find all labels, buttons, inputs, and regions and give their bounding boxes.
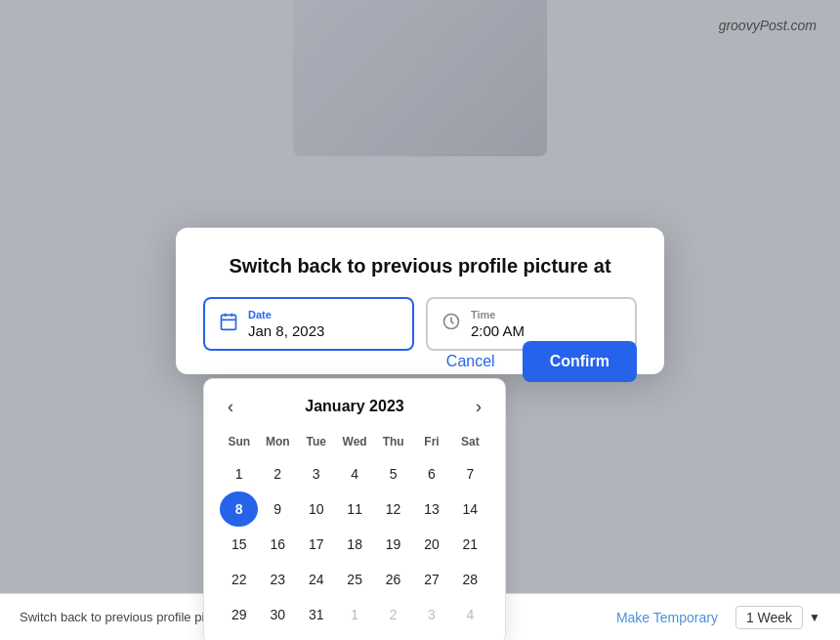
- dialog: Switch back to previous profile picture …: [176, 228, 664, 374]
- calendar-day[interactable]: 6: [412, 456, 450, 491]
- calendar-day[interactable]: 2: [258, 456, 297, 491]
- calendar-day[interactable]: 19: [374, 527, 412, 562]
- time-value: 2:00 AM: [471, 322, 525, 339]
- day-header-mon: Mon: [258, 431, 297, 456]
- calendar-day[interactable]: 20: [412, 527, 450, 562]
- calendar-day[interactable]: 27: [412, 562, 450, 597]
- calendar-day[interactable]: 17: [297, 527, 335, 562]
- calendar-grid: SunMonTueWedThuFriSat 123456789101112131…: [220, 431, 489, 632]
- calendar-dropdown: ‹ January 2023 › SunMonTueWedThuFriSat 1…: [203, 378, 506, 641]
- dialog-title: Switch back to previous profile picture …: [203, 255, 637, 277]
- calendar-day[interactable]: 24: [297, 562, 335, 597]
- time-field-content: Time 2:00 AM: [471, 309, 525, 339]
- date-label: Date: [248, 309, 324, 320]
- clock-icon: [441, 312, 461, 336]
- calendar-day[interactable]: 31: [297, 597, 335, 632]
- calendar-day[interactable]: 21: [451, 527, 489, 562]
- calendar-header: ‹ January 2023 ›: [220, 395, 489, 419]
- week-selector[interactable]: 1 Week: [735, 606, 803, 629]
- calendar-day[interactable]: 26: [374, 562, 412, 597]
- day-header-sat: Sat: [451, 431, 489, 456]
- calendar-icon: [219, 312, 238, 336]
- day-header-wed: Wed: [335, 431, 374, 456]
- day-header-thu: Thu: [374, 431, 412, 456]
- day-header-fri: Fri: [412, 431, 450, 456]
- calendar-day[interactable]: 3: [297, 456, 335, 491]
- calendar-day[interactable]: 30: [258, 597, 297, 632]
- calendar-day[interactable]: 5: [374, 456, 412, 491]
- calendar-day[interactable]: 25: [335, 562, 374, 597]
- date-field[interactable]: Date Jan 8, 2023: [203, 297, 414, 351]
- bottom-bar-right: Make Temporary 1 Week ▼: [616, 606, 820, 629]
- calendar-day[interactable]: 8: [220, 491, 258, 527]
- calendar-body: 1234567891011121314151617181920212223242…: [220, 456, 489, 632]
- date-field-content: Date Jan 8, 2023: [248, 309, 324, 339]
- calendar-day[interactable]: 4: [335, 456, 374, 491]
- calendar-day[interactable]: 15: [220, 527, 258, 562]
- make-temporary-link[interactable]: Make Temporary: [616, 610, 718, 625]
- day-header-tue: Tue: [297, 431, 335, 456]
- calendar-day[interactable]: 18: [335, 527, 374, 562]
- calendar-day[interactable]: 7: [451, 456, 489, 491]
- next-month-button[interactable]: ›: [468, 395, 489, 419]
- prev-month-button[interactable]: ‹: [220, 395, 241, 419]
- calendar-day[interactable]: 2: [374, 597, 412, 632]
- calendar-day[interactable]: 3: [412, 597, 450, 632]
- calendar-day[interactable]: 13: [412, 491, 450, 527]
- calendar-week-3: 22232425262728: [220, 562, 489, 597]
- calendar-day[interactable]: 4: [451, 597, 489, 632]
- calendar-day[interactable]: 29: [220, 597, 258, 632]
- calendar-day[interactable]: 28: [451, 562, 489, 597]
- calendar-day[interactable]: 1: [335, 597, 374, 632]
- dialog-overlay: Switch back to previous profile picture …: [0, 0, 840, 640]
- calendar-day-headers: SunMonTueWedThuFriSat: [220, 431, 489, 456]
- calendar-week-2: 15161718192021: [220, 527, 489, 562]
- calendar-day[interactable]: 16: [258, 527, 297, 562]
- day-header-sun: Sun: [220, 431, 258, 456]
- date-value: Jan 8, 2023: [248, 322, 324, 339]
- calendar-day[interactable]: 10: [297, 491, 335, 527]
- calendar-day[interactable]: 22: [220, 562, 258, 597]
- calendar-day[interactable]: 9: [258, 491, 297, 527]
- month-label: January 2023: [305, 398, 403, 415]
- calendar-week-1: 891011121314: [220, 491, 489, 527]
- calendar-week-4: 2930311234: [220, 597, 489, 632]
- calendar-day[interactable]: 11: [335, 491, 374, 527]
- dialog-actions: Cancel Confirm: [435, 341, 637, 382]
- week-dropdown-arrow[interactable]: ▼: [809, 611, 820, 624]
- time-label: Time: [471, 309, 525, 320]
- cancel-button[interactable]: Cancel: [435, 345, 507, 378]
- calendar-day[interactable]: 1: [220, 456, 258, 491]
- calendar-week-0: 1234567: [220, 456, 489, 491]
- calendar-day[interactable]: 23: [258, 562, 297, 597]
- confirm-button[interactable]: Confirm: [523, 341, 637, 382]
- calendar-day[interactable]: 12: [374, 491, 412, 527]
- svg-rect-0: [222, 315, 236, 329]
- calendar-day[interactable]: 14: [451, 491, 489, 527]
